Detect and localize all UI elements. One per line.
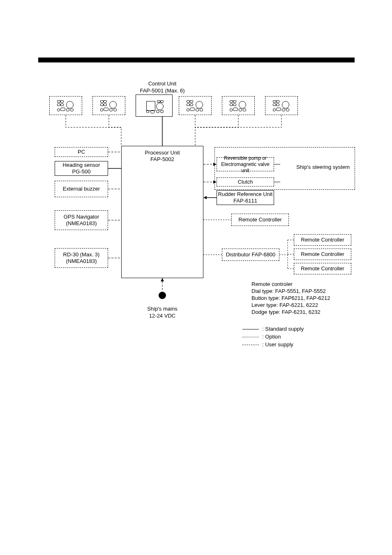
legend-line-user	[242, 345, 259, 345]
note-l1: Remote controler	[251, 281, 293, 287]
legend-user-label: : User supply	[262, 341, 293, 348]
mains-connector	[0, 0, 392, 320]
legend-standard-label: : Standard supply	[262, 326, 304, 333]
svg-marker-21	[161, 278, 164, 281]
legend-option-label: : Option	[262, 334, 281, 341]
legend-line-option	[242, 337, 259, 337]
mains-line1: Ship's mains	[147, 306, 177, 312]
mains-dot-icon	[159, 292, 166, 299]
note-l3: Button type: FAP6211, FAP-6212	[251, 295, 330, 301]
mains-label: Ship's mains 12-24 VDC	[142, 306, 183, 320]
note-l2: Dial type: FAP-5551, FAP-5552	[251, 288, 326, 294]
note-l5: Dodge type: FAP-6231, 6232	[251, 309, 321, 315]
legend-line-standard	[242, 329, 259, 329]
remote-note: Remote controler Dial type: FAP-5551, FA…	[251, 281, 358, 315]
mains-line2: 12-24 VDC	[149, 313, 175, 319]
note-l4: Lever type: FAP-6221, 6222	[251, 302, 318, 308]
